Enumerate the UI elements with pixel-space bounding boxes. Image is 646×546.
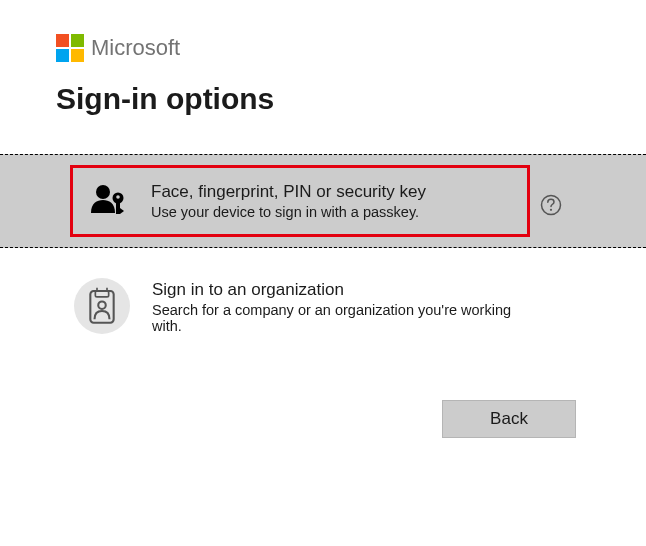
page-title: Sign-in options [56, 82, 576, 116]
brand-row: Microsoft [56, 34, 576, 62]
option-passkey-title: Face, fingerprint, PIN or security key [151, 182, 513, 202]
back-button[interactable]: Back [442, 400, 576, 438]
passkey-icon [91, 183, 127, 219]
organization-badge-icon [74, 278, 130, 334]
option-passkey[interactable]: Face, fingerprint, PIN or security key U… [70, 165, 530, 237]
help-icon[interactable] [540, 194, 562, 216]
option-organization-description: Search for a company or an organization … [152, 302, 526, 334]
svg-point-2 [116, 195, 120, 199]
svg-rect-3 [116, 202, 120, 214]
option-passkey-description: Use your device to sign in with a passke… [151, 204, 513, 220]
option-organization[interactable]: Sign in to an organization Search for a … [70, 264, 540, 348]
microsoft-logo-icon [56, 34, 84, 62]
option-organization-title: Sign in to an organization [152, 280, 526, 300]
svg-point-5 [550, 209, 552, 211]
svg-point-0 [96, 185, 110, 199]
brand-name: Microsoft [91, 35, 180, 61]
svg-point-8 [98, 301, 106, 309]
